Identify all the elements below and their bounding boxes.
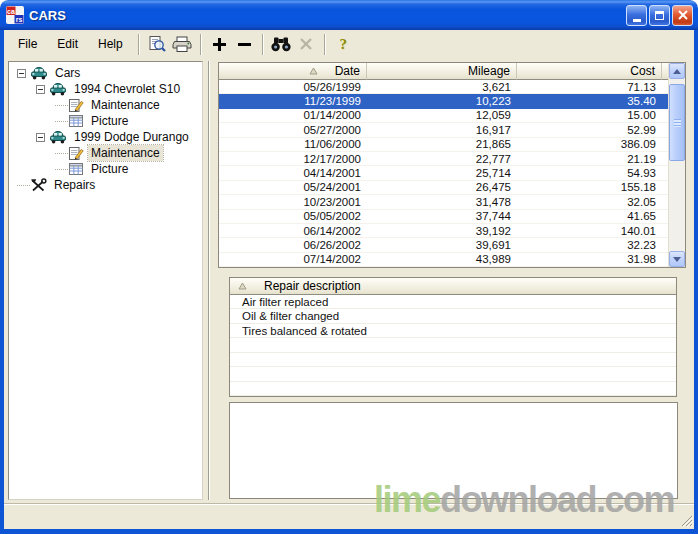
cell-date: 05/24/2001 [219,181,367,193]
tree-item-1999-dodge-durango[interactable]: 1999 Dodge Durango [9,129,202,145]
vehicle-tree-panel: Cars1994 Chevrolet S10MaintenancePicture… [8,61,203,500]
menu-help[interactable]: Help [88,33,133,55]
column-header-mileage[interactable]: Mileage [367,63,517,80]
scroll-down-button[interactable] [669,251,685,267]
column-header-cost[interactable]: Cost [517,63,662,80]
tree-item-label: Picture [88,113,131,129]
close-icon [678,10,688,20]
table-row[interactable]: 11/06/200021,865386.09 [219,138,668,152]
repair-row[interactable]: Air filter replaced [230,295,676,309]
cell-cost: 32.23 [517,239,662,251]
tree-item-label: 1994 Chevrolet S10 [71,81,183,97]
resize-grip-icon[interactable] [680,514,693,527]
table-row[interactable]: 01/14/200012,05915.00 [219,109,668,123]
tree-item-picture[interactable]: Picture [9,161,202,177]
cell-mileage: 39,691 [367,239,517,251]
table-row[interactable]: 07/14/200243,98931.98 [219,253,668,267]
tree-item-maintenance[interactable]: Maintenance [9,145,202,161]
table-row[interactable]: 05/26/19993,62171.13 [219,80,668,94]
table-row[interactable]: 06/14/200239,192140.01 [219,224,668,238]
svg-text:ca: ca [7,8,15,15]
thumb-grip-icon [674,119,681,127]
zoom-out-button[interactable] [232,33,257,56]
title-bar[interactable]: ca rs CARS [0,0,698,30]
print-preview-button[interactable] [145,33,170,56]
cell-date: 04/14/2001 [219,167,367,179]
menu-edit[interactable]: Edit [47,33,88,55]
cell-mileage: 26,475 [367,181,517,193]
cell-mileage: 31,478 [367,196,517,208]
cell-cost: 41.65 [517,210,662,222]
maximize-button[interactable] [649,5,670,26]
table-scrollbar[interactable] [668,63,685,267]
repairs-icon [30,178,47,193]
menu-file[interactable]: File [8,33,47,55]
toolbar-group [269,33,319,56]
tree-item-maintenance[interactable]: Maintenance [9,97,202,113]
cell-cost: 32.05 [517,196,662,208]
zoom-in-button[interactable] [207,33,232,56]
table-row[interactable]: 10/23/200131,47832.05 [219,195,668,209]
repair-row[interactable]: Oil & filter changed [230,309,676,323]
repair-header[interactable]: Repair description [230,278,676,295]
maximize-icon [655,11,664,20]
panel-splitter[interactable] [208,61,210,500]
zoom-in-icon [211,36,228,53]
cell-date: 01/14/2000 [219,109,367,121]
tree-item-picture[interactable]: Picture [9,113,202,129]
find-button[interactable] [269,33,294,56]
cell-cost: 15.00 [517,109,662,121]
cell-cost: 31.98 [517,253,662,265]
watermark: limedownload.com [374,482,674,518]
car-icon [49,130,67,144]
picture-icon [68,161,84,177]
scroll-thumb[interactable] [669,84,685,161]
table-row[interactable]: 05/27/200016,91752.99 [219,123,668,137]
toolbar-separator [138,34,140,55]
cell-date: 11/23/1999 [219,95,367,107]
table-row[interactable]: 05/05/200237,74441.65 [219,210,668,224]
repair-row-empty[interactable] [230,367,676,381]
delete-button[interactable] [294,33,319,56]
cell-date: 05/27/2000 [219,124,367,136]
svg-text:rs: rs [16,16,23,23]
tree-expander-icon[interactable] [36,133,45,142]
repair-row-empty[interactable] [230,382,676,396]
repair-row-empty[interactable] [230,353,676,367]
print-button[interactable] [170,33,195,56]
cell-mileage: 16,917 [367,124,517,136]
table-row[interactable]: 12/17/200022,77721.19 [219,152,668,166]
car-icon [49,82,67,96]
tree-item-cars[interactable]: Cars [9,65,202,81]
close-button[interactable] [672,5,693,26]
toolbar-group [207,33,257,56]
table-row[interactable]: 06/26/200239,69132.23 [219,238,668,252]
tree-expander-icon[interactable] [36,85,45,94]
repair-row-empty[interactable] [230,338,676,352]
repair-row[interactable]: Tires balanced & rotated [230,324,676,338]
tree-item-label: 1999 Dodge Durango [71,129,192,145]
table-row[interactable]: 05/24/200126,475155.18 [219,181,668,195]
tree-item-repairs[interactable]: Repairs [9,177,202,193]
cell-cost: 35.40 [517,95,662,107]
table-header-row: DateMileageCost [219,63,668,80]
app-window: ca rs CARS FileEditHelp ? Cars1994 Chevr… [0,0,698,534]
minimize-button[interactable] [626,5,647,26]
tree-expander-icon[interactable] [17,69,26,78]
help-button[interactable]: ? [331,33,356,56]
watermark-prefix: lime [374,479,440,520]
window-title: CARS [29,8,621,23]
repair-list: Air filter replacedOil & filter changedT… [230,295,676,396]
scroll-up-button[interactable] [669,63,685,79]
delete-icon [298,36,314,52]
cell-cost: 386.09 [517,138,662,150]
tree-item-1994-chevrolet-s10[interactable]: 1994 Chevrolet S10 [9,81,202,97]
toolbar-group [145,33,195,56]
table-row[interactable]: 11/23/199910,22335.40 [219,94,668,108]
menu-toolbar-band: FileEditHelp ? [0,30,698,58]
cell-cost: 140.01 [517,225,662,237]
cell-mileage: 10,223 [367,95,517,107]
table-row[interactable]: 04/14/200125,71454.93 [219,166,668,180]
column-header-date[interactable]: Date [219,63,367,80]
tree-item-label: Picture [88,161,131,177]
